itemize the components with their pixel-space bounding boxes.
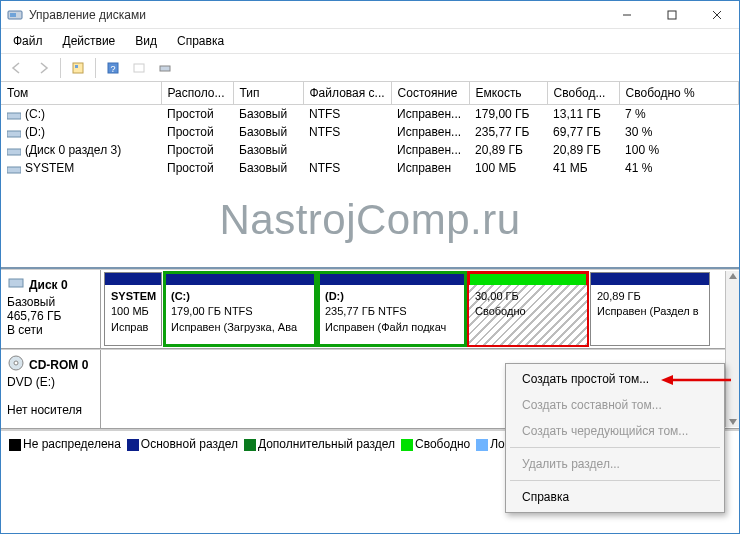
partition-label: SYSTEM	[111, 289, 155, 304]
legend-swatch	[127, 439, 139, 451]
svg-rect-15	[7, 167, 21, 173]
context-menu-separator	[510, 447, 720, 448]
table-row[interactable]: (D:)ПростойБазовыйNTFSИсправен...235,77 …	[1, 123, 739, 141]
titlebar: Управление дисками	[1, 1, 739, 29]
partition[interactable]: (D:)235,77 ГБ NTFSИсправен (Файл подкач	[318, 272, 466, 346]
forward-icon[interactable]	[31, 57, 55, 79]
app-icon	[7, 7, 23, 23]
disk-state: Нет носителя	[7, 403, 94, 417]
disk-type: DVD (E:)	[7, 375, 94, 389]
minimize-button[interactable]	[604, 1, 649, 29]
context-menu-item: Создать составной том...	[508, 392, 722, 418]
legend-item: Основной раздел	[127, 437, 238, 451]
col-freepct[interactable]: Свободно %	[619, 82, 738, 105]
svg-rect-16	[9, 279, 23, 287]
partitions: SYSTEM100 МБИсправ(C:)179,00 ГБ NTFSИспр…	[101, 270, 725, 348]
disk-size: 465,76 ГБ	[7, 309, 94, 323]
maximize-button[interactable]	[649, 1, 694, 29]
context-menu-item[interactable]: Создать простой том...	[508, 366, 722, 392]
partition-size: 20,89 ГБ	[597, 289, 703, 304]
menu-action[interactable]: Действие	[55, 31, 124, 51]
disk-type: Базовый	[7, 295, 94, 309]
volumes-table[interactable]: Том Располо... Тип Файловая с... Состоян…	[1, 82, 739, 177]
context-menu-separator	[510, 480, 720, 481]
watermark-text: NastrojComp.ru	[219, 196, 520, 244]
legend-swatch	[244, 439, 256, 451]
partition-status: Исправен (Загрузка, Ава	[171, 320, 309, 335]
tool-icon-1[interactable]	[127, 57, 151, 79]
svg-rect-1	[10, 13, 16, 17]
svg-text:?: ?	[110, 64, 115, 74]
cdrom-icon	[7, 354, 25, 375]
volume-icon	[7, 110, 21, 120]
partition-size: 100 МБ	[111, 304, 155, 319]
disk-icon	[7, 274, 25, 295]
partition-status: Исправен (Файл подкач	[325, 320, 459, 335]
menubar: Файл Действие Вид Справка	[1, 29, 739, 54]
disk-state: В сети	[7, 323, 94, 337]
partition[interactable]: SYSTEM100 МБИсправ	[104, 272, 162, 346]
refresh-icon[interactable]	[66, 57, 90, 79]
disk-name: CD-ROM 0	[29, 358, 88, 372]
close-button[interactable]	[694, 1, 739, 29]
partition-label: (D:)	[325, 289, 459, 304]
svg-rect-12	[7, 113, 21, 119]
table-row[interactable]: (Диск 0 раздел 3)ПростойБазовыйИсправен.…	[1, 141, 739, 159]
table-row[interactable]: SYSTEMПростойБазовыйNTFSИсправен100 МБ41…	[1, 159, 739, 177]
help-icon[interactable]: ?	[101, 57, 125, 79]
legend-swatch	[401, 439, 413, 451]
menu-help[interactable]: Справка	[169, 31, 232, 51]
menu-view[interactable]: Вид	[127, 31, 165, 51]
legend-item: Не распределена	[9, 437, 121, 451]
col-layout[interactable]: Располо...	[161, 82, 233, 105]
col-volume[interactable]: Том	[1, 82, 161, 105]
partition-status: Свободно	[475, 304, 581, 319]
partition[interactable]: 30,00 ГБСвободно	[468, 272, 588, 346]
context-menu-item: Создать чередующийся том...	[508, 418, 722, 444]
legend-swatch	[9, 439, 21, 451]
volume-icon	[7, 146, 21, 156]
table-row[interactable]: (C:)ПростойБазовыйNTFSИсправен...179,00 …	[1, 105, 739, 124]
context-menu: Создать простой том...Создать составной …	[505, 363, 725, 513]
partition-label: (C:)	[171, 289, 309, 304]
back-icon[interactable]	[5, 57, 29, 79]
context-menu-item: Удалить раздел...	[508, 451, 722, 477]
scrollbar[interactable]	[725, 271, 739, 427]
partition[interactable]: (C:)179,00 ГБ NTFSИсправен (Загрузка, Ав…	[164, 272, 316, 346]
partition-size: 30,00 ГБ	[475, 289, 581, 304]
legend-item: Дополнительный раздел	[244, 437, 395, 451]
volume-icon	[7, 128, 21, 138]
svg-rect-10	[134, 64, 144, 72]
toolbar: ?	[1, 54, 739, 82]
partition[interactable]: 20,89 ГБИсправен (Раздел в	[590, 272, 710, 346]
col-type[interactable]: Тип	[233, 82, 303, 105]
tool-icon-2[interactable]	[153, 57, 177, 79]
partition-size: 179,00 ГБ NTFS	[171, 304, 309, 319]
svg-rect-3	[668, 11, 676, 19]
menu-file[interactable]: Файл	[5, 31, 51, 51]
disk-header: CD-ROM 0DVD (E:) Нет носителя	[1, 350, 101, 428]
col-free[interactable]: Свобод...	[547, 82, 619, 105]
table-header-row: Том Располо... Тип Файловая с... Состоян…	[1, 82, 739, 105]
context-menu-item[interactable]: Справка	[508, 484, 722, 510]
svg-rect-7	[75, 65, 78, 68]
svg-rect-14	[7, 149, 21, 155]
svg-point-18	[14, 361, 18, 365]
svg-rect-11	[160, 66, 170, 71]
svg-rect-13	[7, 131, 21, 137]
disk-header: Диск 0Базовый465,76 ГБВ сети	[1, 270, 101, 348]
col-fs[interactable]: Файловая с...	[303, 82, 391, 105]
disk-name: Диск 0	[29, 278, 68, 292]
partition-status: Исправен (Раздел в	[597, 304, 703, 319]
partition-status: Исправ	[111, 320, 155, 335]
window-title: Управление дисками	[29, 8, 604, 22]
legend-swatch	[476, 439, 488, 451]
partition-size: 235,77 ГБ NTFS	[325, 304, 459, 319]
volume-icon	[7, 164, 21, 174]
disk-row: Диск 0Базовый465,76 ГБВ сетиSYSTEM100 МБ…	[1, 269, 739, 349]
col-capacity[interactable]: Емкость	[469, 82, 547, 105]
legend-item: Свободно	[401, 437, 470, 451]
col-status[interactable]: Состояние	[391, 82, 469, 105]
